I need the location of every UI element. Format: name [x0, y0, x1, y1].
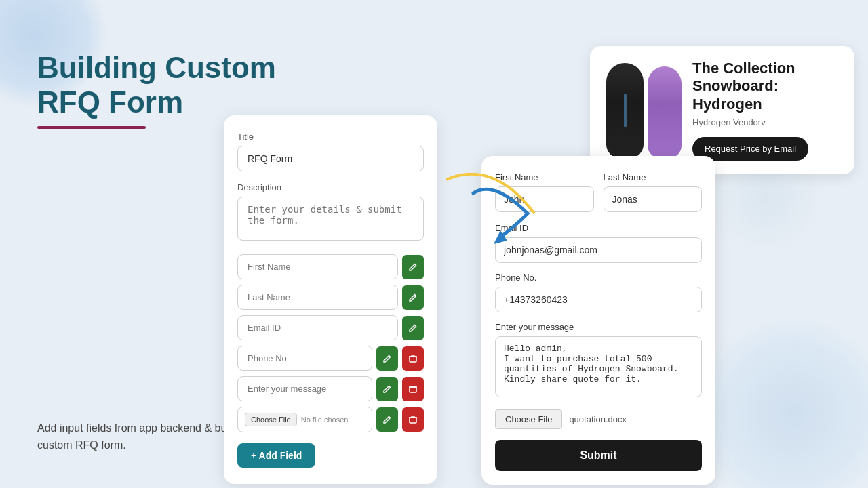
choose-file-button[interactable]: Choose File [245, 413, 297, 426]
edit-icon [382, 415, 392, 424]
description-label: Description [237, 182, 424, 192]
svg-rect-0 [410, 357, 416, 362]
delete-file-button[interactable] [402, 407, 424, 432]
edit-icon [382, 354, 392, 363]
field-input-firstname[interactable] [237, 254, 398, 279]
submit-button[interactable]: Submit [495, 440, 702, 471]
snowboard-purple-image [648, 66, 682, 158]
vendor-name: Hydrogen Vendorv [692, 117, 838, 127]
edit-phone-button[interactable] [376, 346, 398, 371]
edit-icon [408, 293, 418, 302]
last-name-label: Last Name [604, 172, 703, 182]
field-input-lastname[interactable] [237, 285, 398, 310]
field-row-message [237, 376, 424, 401]
file-input-display: Choose File No file chosen [237, 407, 372, 432]
trash-icon [408, 354, 418, 363]
edit-message-button[interactable] [376, 377, 398, 401]
field-row-email [237, 315, 424, 340]
product-title: The CollectionSnowboard:Hydrogen [692, 60, 838, 113]
edit-icon [382, 384, 392, 394]
product-images [606, 63, 682, 158]
add-field-button[interactable]: + Add Field [237, 443, 315, 468]
file-name-text: quotation.docx [569, 414, 627, 424]
file-field-row: Choose File No file chosen [237, 407, 424, 432]
no-file-text: No file chosen [301, 415, 349, 424]
edit-icon [408, 323, 418, 333]
snowboard-dark-image [606, 63, 644, 158]
last-name-input[interactable] [604, 186, 703, 212]
edit-icon [408, 262, 418, 272]
choose-file-rfq-button[interactable]: Choose File [495, 409, 562, 429]
page-title: Building Custom RFQ Form [37, 51, 276, 119]
svg-rect-1 [410, 387, 416, 392]
curved-arrow [439, 173, 548, 264]
field-input-phone[interactable] [237, 346, 372, 371]
edit-email-button[interactable] [402, 316, 424, 340]
form-builder-card: Title Description [224, 115, 437, 484]
field-row-lastname [237, 285, 424, 310]
edit-file-button[interactable] [376, 407, 398, 432]
product-info: The CollectionSnowboard:Hydrogen Hydroge… [692, 60, 838, 161]
title-label: Title [237, 131, 424, 142]
delete-phone-button[interactable] [402, 346, 424, 371]
message-label: Enter your message [495, 322, 702, 332]
edit-lastname-button[interactable] [402, 285, 424, 310]
svg-rect-2 [410, 418, 416, 423]
title-input[interactable] [237, 146, 424, 171]
trash-icon [408, 384, 418, 394]
file-upload-row: Choose File quotation.docx [495, 409, 702, 429]
last-name-group: Last Name [604, 172, 703, 212]
phone-input[interactable] [495, 287, 702, 312]
field-row-phone [237, 346, 424, 371]
field-input-message[interactable] [237, 376, 372, 401]
product-card: The CollectionSnowboard:Hydrogen Hydroge… [590, 46, 854, 174]
subtitle-text: Add input fields from app backend & buil… [37, 420, 241, 454]
phone-label: Phone No. [495, 272, 702, 283]
delete-message-button[interactable] [402, 377, 424, 401]
trash-icon [408, 415, 418, 424]
edit-firstname-button[interactable] [402, 255, 424, 279]
bg-decoration-bottom-right [692, 312, 868, 488]
description-textarea[interactable] [237, 197, 424, 241]
message-textarea[interactable]: Hello admin, I want to purchase total 50… [495, 336, 702, 397]
title-underline [37, 126, 146, 129]
field-row-firstname [237, 254, 424, 279]
field-input-email[interactable] [237, 315, 398, 340]
